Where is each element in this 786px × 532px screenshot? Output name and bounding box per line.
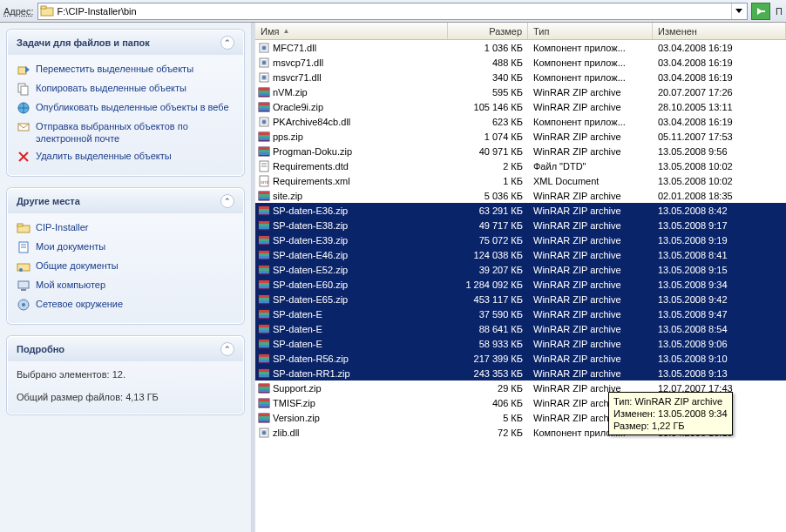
svg-rect-71: [259, 239, 269, 241]
tasks-header[interactable]: Задачи для файлов и папок ⌃: [8, 30, 243, 55]
zip-icon: [258, 86, 270, 98]
file-row[interactable]: SP-daten-E65.zip453 117 КБWinRAR ZIP arc…: [255, 292, 786, 306]
file-type: Компонент прилож...: [528, 72, 653, 83]
file-type: WinRAR ZIP archive: [528, 368, 653, 379]
file-row[interactable]: SP-daten-E60.zip1 284 092 КБWinRAR ZIP a…: [255, 277, 786, 292]
file-type: Компонент прилож...: [528, 57, 653, 68]
svg-rect-47: [259, 138, 269, 140]
file-row[interactable]: PKArchive84cb.dll623 КБКомпонент прилож.…: [255, 114, 786, 129]
file-row[interactable]: SP-daten-E38.zip49 717 КБWinRAR ZIP arch…: [255, 218, 786, 232]
file-row[interactable]: SP-daten-E88 641 КБWinRAR ZIP archive13.…: [255, 321, 786, 336]
places-header[interactable]: Другие места ⌃: [8, 189, 243, 213]
file-row[interactable]: SP-daten-RR1.zip243 353 КБWinRAR ZIP arc…: [255, 366, 786, 380]
file-row[interactable]: site.zip5 036 КБWinRAR ZIP archive02.01.…: [255, 188, 786, 203]
svg-rect-96: [259, 330, 269, 333]
place-label: Мои документы: [36, 240, 105, 253]
dtd-icon: [258, 160, 270, 172]
file-row[interactable]: Progman-Doku.zip40 971 КБWinRAR ZIP arch…: [255, 144, 786, 158]
details-header[interactable]: Подробно ⌃: [8, 337, 243, 361]
zip-icon: [258, 353, 270, 365]
svg-rect-120: [259, 419, 269, 421]
copy-icon: [17, 82, 30, 96]
svg-rect-82: [259, 280, 269, 283]
file-size: 488 КБ: [448, 57, 528, 68]
file-size: 1 074 КБ: [448, 131, 528, 142]
place-label: Сетевое окружение: [36, 298, 123, 310]
address-dropdown[interactable]: [731, 3, 745, 19]
file-date: 05.11.2007 17:53: [653, 131, 786, 142]
file-row[interactable]: msvcp71.dll488 КБКомпонент прилож...03.0…: [255, 55, 786, 70]
col-name[interactable]: Имя ▲: [255, 23, 448, 39]
file-size: 1 КБ: [448, 176, 528, 186]
col-size[interactable]: Размер: [448, 23, 528, 39]
shared-icon: [17, 259, 30, 273]
place-item-computer[interactable]: Мой компьютер: [17, 276, 234, 295]
file-row[interactable]: SP-daten-E39.zip75 072 КБWinRAR ZIP arch…: [255, 232, 786, 247]
docs-icon: [17, 240, 30, 254]
address-path: F:\CIP-Installer\bin: [58, 6, 728, 17]
svg-marker-2: [735, 9, 742, 13]
file-name: SP-daten-E60.zip: [273, 279, 348, 290]
details-panel: Подробно ⌃ Выбрано элементов: 12. Общий …: [7, 336, 244, 414]
task-item-mail[interactable]: Отправка выбранных объектов по электронн…: [17, 118, 234, 147]
file-date: 13.05.2008 9:56: [653, 146, 786, 157]
place-item-docs[interactable]: Мои документы: [17, 238, 234, 257]
go-button[interactable]: [751, 3, 770, 20]
place-item-network[interactable]: Сетевое окружение: [17, 295, 234, 314]
file-type: WinRAR ZIP archive: [528, 205, 653, 216]
list-header: Имя ▲ Размер Тип Изменен: [255, 23, 786, 40]
task-item-copy[interactable]: Копировать выделенные объекты: [17, 79, 234, 98]
svg-rect-104: [259, 360, 269, 362]
file-row[interactable]: SP-daten-E46.zip124 038 КБWinRAR ZIP arc…: [255, 247, 786, 262]
file-size: 63 291 КБ: [448, 205, 528, 216]
svg-rect-86: [259, 295, 269, 298]
svg-rect-115: [259, 401, 269, 404]
file-row[interactable]: SP-daten-E36.zip63 291 КБWinRAR ZIP arch…: [255, 203, 786, 218]
svg-rect-107: [259, 372, 269, 374]
file-row[interactable]: Requirements.dtd2 КБФайл "DTD"13.05.2008…: [255, 158, 786, 173]
svg-rect-106: [259, 369, 269, 372]
file-list: Имя ▲ Размер Тип Изменен MFC71.dll1 036 …: [255, 23, 786, 532]
file-type: WinRAR ZIP archive: [528, 339, 653, 349]
col-type[interactable]: Тип: [528, 23, 653, 39]
file-row[interactable]: msvcr71.dll340 КБКомпонент прилож...03.0…: [255, 70, 786, 84]
collapse-icon: ⌃: [220, 194, 234, 208]
svg-rect-49: [259, 147, 269, 150]
place-item-shared[interactable]: Общие документы: [17, 257, 234, 276]
file-name: msvcr71.dll: [273, 72, 322, 83]
col-date[interactable]: Изменен: [653, 23, 786, 39]
file-type: WinRAR ZIP archive: [528, 265, 653, 275]
file-name: nVM.zip: [273, 87, 308, 98]
file-row[interactable]: MFC71.dll1 036 КБКомпонент прилож...03.0…: [255, 40, 786, 55]
places-title: Другие места: [17, 196, 80, 206]
svg-rect-38: [259, 103, 269, 105]
file-size: 406 КБ: [448, 398, 528, 408]
task-item-web[interactable]: Опубликовать выделенные объекты в вебе: [17, 98, 234, 118]
file-type: Файл "DTD": [528, 161, 653, 172]
address-input[interactable]: F:\CIP-Installer\bin: [37, 3, 749, 20]
zip-icon: [258, 397, 270, 409]
file-type: Компонент прилож...: [528, 117, 653, 127]
svg-rect-83: [259, 283, 269, 286]
task-item-delete[interactable]: Удалить выделенные объекты: [17, 147, 234, 166]
file-name: zlib.dll: [273, 428, 300, 438]
file-name: msvcp71.dll: [273, 57, 323, 68]
file-row[interactable]: nVM.zip595 КБWinRAR ZIP archive20.07.200…: [255, 84, 786, 99]
file-row[interactable]: xmlRequirements.xml1 КБXML Document13.05…: [255, 173, 786, 188]
file-row[interactable]: SP-daten-E37 590 КБWinRAR ZIP archive13.…: [255, 306, 786, 321]
svg-rect-76: [259, 256, 269, 259]
task-item-move[interactable]: Переместить выделенные объекты: [17, 60, 234, 79]
svg-point-43: [262, 120, 266, 124]
dll-icon: [258, 57, 270, 69]
file-row[interactable]: Oracle9i.zip105 146 КБWinRAR ZIP archive…: [255, 99, 786, 114]
file-row[interactable]: pps.zip1 074 КБWinRAR ZIP archive05.11.2…: [255, 129, 786, 144]
place-item-folder[interactable]: CIP-Installer: [17, 219, 234, 238]
file-row[interactable]: SP-daten-E52.zip39 207 КБWinRAR ZIP arch…: [255, 262, 786, 277]
zip-icon: [258, 264, 270, 276]
file-date: 03.04.2008 16:19: [653, 43, 786, 53]
task-label: Удалить выделенные объекты: [36, 150, 172, 162]
svg-point-123: [262, 431, 266, 434]
file-row[interactable]: SP-daten-E58 933 КБWinRAR ZIP archive13.…: [255, 336, 786, 351]
svg-rect-110: [259, 384, 269, 387]
file-row[interactable]: SP-daten-R56.zip217 399 КБWinRAR ZIP arc…: [255, 351, 786, 366]
